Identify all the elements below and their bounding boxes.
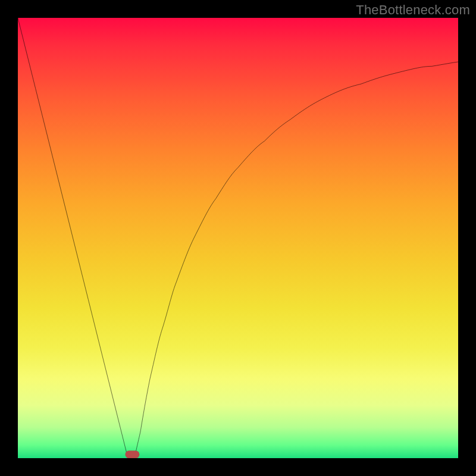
bottleneck-curve	[18, 18, 458, 458]
plot-svg	[18, 18, 458, 458]
optimal-marker	[126, 450, 140, 458]
watermark-text: TheBottleneck.com	[356, 2, 470, 18]
chart-frame: TheBottleneck.com	[0, 0, 476, 476]
